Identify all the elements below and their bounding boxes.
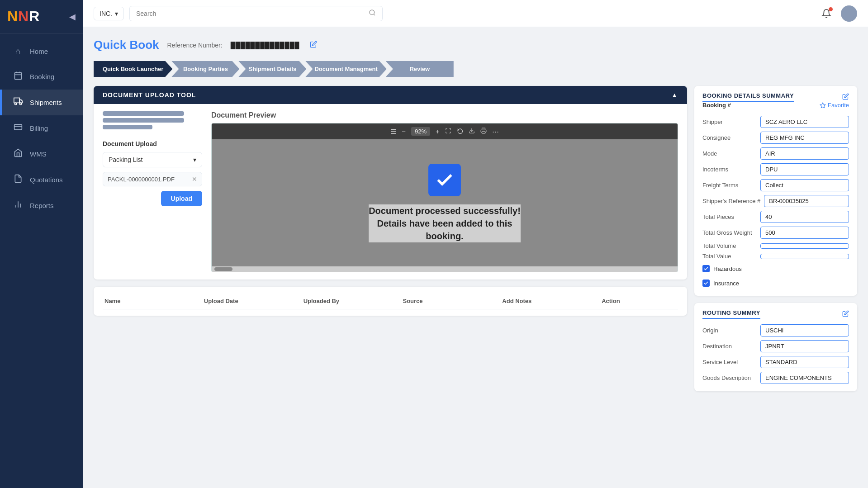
sidebar-label-billing: Billing <box>30 124 48 132</box>
search-bar[interactable] <box>129 6 383 21</box>
sidebar-collapse-button[interactable]: ◀ <box>69 12 76 22</box>
sidebar-item-quotations[interactable]: Quotations <box>0 167 83 193</box>
file-tag: PACKL-0000000001.PDF ✕ <box>103 172 202 186</box>
company-selector[interactable]: INC. ▾ <box>94 7 124 20</box>
search-input[interactable] <box>136 10 365 17</box>
wizard-step-launcher-label: Quick Book Launcher <box>103 66 163 72</box>
mode-value: AIR <box>760 147 849 160</box>
pdf-more-button[interactable]: ⋯ <box>492 128 499 136</box>
hazardous-checkbox[interactable] <box>702 265 710 272</box>
sidebar-item-booking[interactable]: Booking <box>0 64 83 90</box>
service-level-label: Service Level <box>702 359 757 365</box>
shipments-icon <box>13 97 24 108</box>
loading-bars <box>103 111 202 129</box>
success-line1: Document processed successfully! <box>369 204 521 217</box>
success-line2: Details have been added to this <box>369 217 521 230</box>
upload-button[interactable]: Upload <box>161 191 202 206</box>
doc-type-select[interactable]: Packing List ▾ <box>103 152 202 167</box>
field-freight-terms: Freight Terms Collect <box>702 179 849 191</box>
page-title: Quick Book <box>94 38 159 52</box>
pdf-fit-button[interactable] <box>445 128 451 135</box>
col-add-notes: Add Notes <box>502 298 602 304</box>
field-goods-description: Goods Description ENGINE COMPONENTS <box>702 372 849 384</box>
col-source: Source <box>403 298 502 304</box>
pdf-print-button[interactable] <box>480 128 487 135</box>
sidebar-item-home[interactable]: ⌂ Home <box>0 39 83 64</box>
shippers-ref-label: Shipper's Reference # <box>702 198 760 204</box>
sidebar-item-wms[interactable]: WMS <box>0 141 83 167</box>
wizard-step-review-label: Review <box>409 66 430 72</box>
checkbox-insurance[interactable]: Insurance <box>702 278 849 289</box>
page-content: Quick Book Reference Number: ███████████… <box>83 27 868 488</box>
field-consignee: Consignee REG MFG INC <box>702 132 849 144</box>
field-shipper: Shipper SCZ AERO LLC <box>702 116 849 128</box>
table-header-row: Name Upload Date Uploaded By Source Add … <box>103 293 678 309</box>
service-level-value: STANDARD <box>760 356 849 368</box>
col-name: Name <box>104 298 204 304</box>
favorite-label: Favorite <box>828 102 849 109</box>
svg-point-7 <box>19 103 21 104</box>
checkbox-hazardous[interactable]: Hazardous <box>702 263 849 274</box>
doc-upload-header: DOCUMENT UPLOAD TOOL ▲ <box>94 86 687 104</box>
loading-bar-1 <box>103 111 184 116</box>
pdf-menu-button[interactable]: ☰ <box>390 128 396 136</box>
file-remove-button[interactable]: ✕ <box>192 175 197 183</box>
booking-summary-card: BOOKING DETAILS SUMMARY Booking # Favori… <box>694 86 857 296</box>
sidebar-item-shipments[interactable]: Shipments <box>0 90 83 115</box>
booking-summary-edit-button[interactable] <box>842 93 849 101</box>
total-value-label: Total Value <box>702 253 757 260</box>
logo-n: N <box>7 8 18 24</box>
wizard-step-launcher[interactable]: Quick Book Launcher <box>94 61 172 77</box>
pdf-rotate-button[interactable] <box>457 128 463 135</box>
logo-n2: N <box>18 8 29 24</box>
pdf-zoom-in-button[interactable]: + <box>436 128 440 135</box>
total-volume-label: Total Volume <box>702 242 757 249</box>
quotations-icon <box>13 174 24 185</box>
svg-rect-4 <box>14 98 19 103</box>
pdf-zoom-out-button[interactable]: − <box>402 128 406 135</box>
section-toggle-button[interactable]: ▲ <box>671 91 678 99</box>
pdf-scrollbar[interactable] <box>212 266 678 272</box>
insurance-checkbox[interactable] <box>702 280 710 287</box>
wizard-step-shipment[interactable]: Shipment Details <box>238 61 306 77</box>
doc-upload-title: DOCUMENT UPLOAD TOOL <box>103 91 196 99</box>
main-content: INC. ▾ Quick Book Reference Number: ████… <box>83 0 868 488</box>
sidebar-logo: NNR ◀ <box>0 0 83 33</box>
right-panel: BOOKING DETAILS SUMMARY Booking # Favori… <box>694 86 857 477</box>
shippers-ref-value: BR-000035825 <box>764 195 849 207</box>
sidebar-item-reports[interactable]: Reports <box>0 193 83 218</box>
sidebar-item-billing[interactable]: Billing <box>0 115 83 141</box>
sidebar-label-quotations: Quotations <box>30 176 63 184</box>
file-name: PACKL-0000000001.PDF <box>108 176 175 183</box>
total-gross-weight-value: 500 <box>760 227 849 239</box>
origin-label: Origin <box>702 327 757 334</box>
wizard-steps: Quick Book Launcher Booking Parties Ship… <box>94 61 857 77</box>
wizard-step-document[interactable]: Document Managment <box>305 61 386 77</box>
edit-ref-button[interactable] <box>310 41 317 50</box>
wizard-step-review[interactable]: Review <box>386 61 454 77</box>
wizard-step-parties[interactable]: Booking Parties <box>171 61 239 77</box>
search-icon <box>369 9 376 18</box>
sidebar-label-shipments: Shipments <box>30 99 62 106</box>
field-destination: Destination JPNRT <box>702 340 849 352</box>
incoterms-label: Incoterms <box>702 166 757 173</box>
routing-summary-edit-button[interactable] <box>842 310 849 318</box>
field-service-level: Service Level STANDARD <box>702 356 849 368</box>
pdf-download-button[interactable] <box>469 128 475 135</box>
doc-upload-label: Document Upload <box>103 140 202 147</box>
notification-button[interactable] <box>818 5 835 22</box>
routing-summary-card: ROUTING SUMMRY Origin USCHI Destination … <box>694 303 857 391</box>
loading-bar-3 <box>103 125 152 129</box>
sidebar-label-home: Home <box>30 47 48 55</box>
goods-description-value: ENGINE COMPONENTS <box>760 372 849 384</box>
pdf-content: Document processed successfully! Details… <box>212 139 678 266</box>
section-body: Document Upload Packing List ▾ PACKL-000… <box>94 104 687 280</box>
field-shippers-ref: Shipper's Reference # BR-000035825 <box>702 195 849 207</box>
col-action: Action <box>602 298 676 304</box>
booking-summary-header: BOOKING DETAILS SUMMARY <box>694 86 857 102</box>
pdf-toolbar: ☰ − 92% + <box>212 123 678 139</box>
ref-value: ██████████████ <box>231 42 300 49</box>
avatar[interactable] <box>841 5 857 22</box>
sidebar-label-wms: WMS <box>30 150 47 158</box>
favorite-button[interactable]: Favorite <box>820 102 849 109</box>
